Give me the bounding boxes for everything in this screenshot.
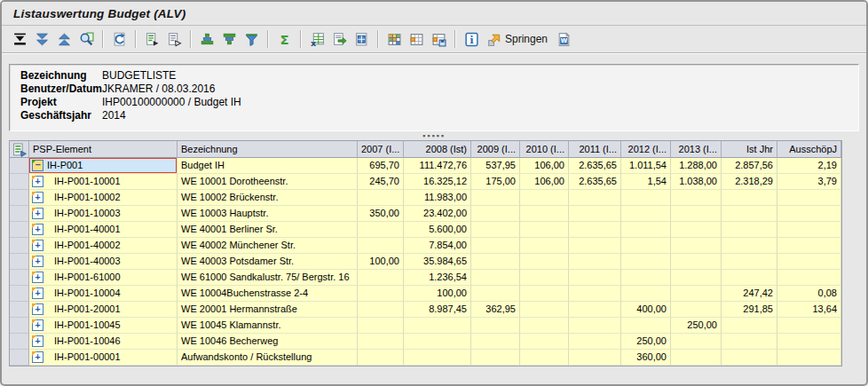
y2012-cell[interactable] (621, 238, 671, 254)
y2012-cell[interactable]: 400,00 (621, 302, 671, 318)
y2013-cell[interactable] (671, 302, 722, 318)
istjhr-cell[interactable] (722, 334, 777, 350)
y2012-cell[interactable] (621, 318, 671, 334)
column-header-psp[interactable]: PSP-Element (29, 141, 178, 158)
collapse-node-icon[interactable]: − (32, 160, 43, 171)
ausschoepj-cell[interactable] (777, 222, 841, 238)
row-select-cell[interactable] (10, 254, 29, 270)
column-header-y2007[interactable]: 2007 (I... (358, 141, 404, 158)
save-layout-button[interactable] (429, 28, 449, 50)
y2009-cell[interactable] (471, 254, 520, 270)
bezeichnung-cell[interactable]: WE 40003 Potsdamer Str. (178, 254, 358, 270)
y2011-cell[interactable]: 2.635,65 (569, 174, 621, 190)
row-select-cell[interactable] (10, 158, 29, 174)
y2012-cell[interactable]: 1,54 (621, 174, 671, 190)
psp-element-cell[interactable]: +IH-P001-10003 (29, 206, 178, 222)
y2007-cell[interactable] (358, 238, 404, 254)
spreadsheet-button[interactable] (351, 28, 372, 50)
column-header-bez[interactable]: Bezeichnung (178, 141, 358, 158)
y2013-cell[interactable] (671, 190, 722, 206)
y2007-cell[interactable] (358, 222, 404, 238)
find-button[interactable] (76, 28, 97, 50)
y2007-cell[interactable] (358, 350, 404, 366)
save-list-button[interactable] (164, 28, 185, 50)
y2012-cell[interactable] (621, 190, 671, 206)
column-header-y2013[interactable]: 2013 (I... (671, 141, 722, 158)
ausschoepj-cell[interactable]: 2,19 (777, 158, 841, 174)
y2011-cell[interactable] (569, 286, 621, 302)
column-header-y2011[interactable]: 2011 (I... (569, 141, 621, 158)
y2008-cell[interactable]: 8.987,45 (404, 302, 471, 318)
splitter-handle[interactable]: ▪▪▪▪▪ (9, 131, 859, 140)
row-select-cell[interactable] (10, 350, 29, 366)
y2008-cell[interactable]: 5.600,00 (404, 222, 471, 238)
bezeichnung-cell[interactable]: Aufwandskonto / Rückstellung (178, 350, 358, 366)
istjhr-cell[interactable] (722, 270, 777, 286)
y2011-cell[interactable] (569, 206, 621, 222)
refresh-button[interactable] (109, 28, 130, 50)
y2013-cell[interactable]: 1.038,00 (671, 174, 722, 190)
row-select-cell[interactable] (10, 302, 29, 318)
column-header-y2009[interactable]: 2009 (I... (471, 141, 520, 158)
expand-node-icon[interactable]: + (32, 208, 43, 219)
y2012-cell[interactable]: 1.011,54 (621, 158, 671, 174)
y2009-cell[interactable] (471, 238, 520, 254)
details-button[interactable] (10, 28, 30, 50)
y2008-cell[interactable] (404, 334, 471, 350)
y2010-cell[interactable] (520, 318, 569, 334)
y2010-cell[interactable]: 106,00 (520, 158, 569, 174)
istjhr-cell[interactable] (722, 238, 777, 254)
y2008-cell[interactable]: 1.236,54 (404, 270, 471, 286)
ausschoepj-cell[interactable] (777, 254, 841, 270)
bezeichnung-cell[interactable]: WE 10004Buchenstrasse 2-4 (178, 286, 358, 302)
y2007-cell[interactable] (358, 286, 404, 302)
y2008-cell[interactable]: 100,00 (404, 286, 471, 302)
y2013-cell[interactable] (671, 334, 722, 350)
y2010-cell[interactable] (520, 190, 569, 206)
y2008-cell[interactable]: 16.325,12 (404, 174, 471, 190)
y2012-cell[interactable] (621, 254, 671, 270)
y2009-cell[interactable] (471, 334, 520, 350)
y2007-cell[interactable] (358, 302, 404, 318)
expand-node-icon[interactable]: + (32, 224, 43, 235)
expand-node-icon[interactable]: + (32, 240, 43, 251)
y2011-cell[interactable]: 2.635,65 (569, 158, 621, 174)
psp-element-cell[interactable]: +IH-P001-10001 (29, 174, 178, 190)
y2011-cell[interactable] (569, 222, 621, 238)
y2010-cell[interactable] (520, 270, 569, 286)
y2008-cell[interactable]: 11.983,00 (404, 190, 471, 206)
choose-detail-button[interactable] (142, 28, 162, 50)
bezeichnung-cell[interactable]: WE 10045 Klamannstr. (178, 318, 358, 334)
istjhr-cell[interactable] (722, 350, 777, 366)
y2009-cell[interactable]: 537,95 (471, 158, 520, 174)
y2011-cell[interactable] (569, 318, 621, 334)
istjhr-cell[interactable]: 2.857,56 (722, 158, 777, 174)
expand-node-icon[interactable]: + (32, 288, 43, 299)
y2009-cell[interactable] (471, 270, 520, 286)
bezeichnung-cell[interactable]: WE 61000 Sandkalustr. 75/ Bergstr. 16 (178, 270, 358, 286)
psp-element-cell[interactable]: −IH-P001 (29, 158, 178, 174)
psp-element-cell[interactable]: +IH-P001-10045 (29, 318, 178, 334)
y2007-cell[interactable]: 695,70 (358, 158, 404, 174)
bezeichnung-cell[interactable]: WE 10002 Brückenstr. (178, 190, 358, 206)
expand-node-icon[interactable]: + (32, 272, 43, 283)
psp-element-cell[interactable]: +IH-P001-10046 (29, 334, 178, 350)
y2011-cell[interactable] (569, 270, 621, 286)
column-header-istjhr[interactable]: Ist Jhr (722, 141, 777, 158)
y2007-cell[interactable] (358, 334, 404, 350)
bezeichnung-cell[interactable]: WE 10046 Becherweg (178, 334, 358, 350)
istjhr-cell[interactable] (722, 190, 777, 206)
word-document-button[interactable]: W (554, 28, 574, 50)
y2012-cell[interactable] (621, 270, 671, 286)
psp-element-cell[interactable]: +IH-P001-20001 (29, 302, 178, 318)
y2013-cell[interactable] (671, 222, 722, 238)
y2011-cell[interactable] (569, 190, 621, 206)
y2013-cell[interactable] (671, 286, 722, 302)
y2010-cell[interactable] (520, 286, 569, 302)
y2011-cell[interactable] (569, 334, 621, 350)
y2007-cell[interactable] (358, 318, 404, 334)
expand-node-icon[interactable]: + (32, 176, 43, 187)
expand-node-icon[interactable]: + (32, 303, 43, 315)
sort-ascending-button[interactable] (197, 28, 217, 50)
row-select-cell[interactable] (10, 206, 29, 222)
